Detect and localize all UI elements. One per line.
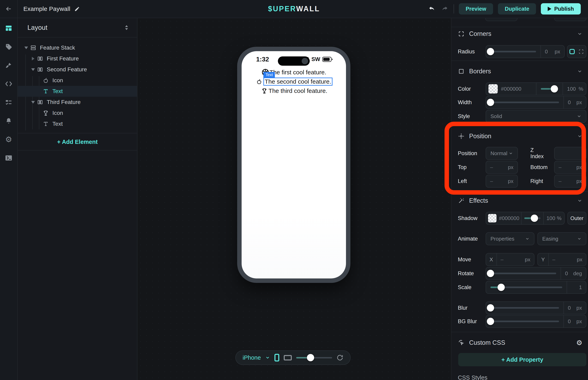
play-icon [548,7,551,11]
feature-text: The second cool feature. [265,78,331,85]
scale-value[interactable]: 1 [567,281,586,293]
brush-icon [5,62,12,69]
undo-button[interactable] [428,5,436,13]
position-mode-dropdown[interactable]: Normal [486,147,518,160]
redo-button[interactable] [441,5,449,13]
right-input[interactable]: –px [554,175,586,188]
section-header-effects[interactable]: Effects [458,195,582,206]
top-input[interactable]: –px [486,161,518,174]
color-hex[interactable]: #000000 [501,86,521,92]
sidebar-item-variables[interactable] [5,98,13,106]
section-divider [451,191,588,192]
chevron-down-icon [577,114,582,119]
status-time: 1:32 [256,56,269,63]
feature-row[interactable]: The third cool feature. [260,87,327,95]
sidebar-item-layout[interactable] [5,24,13,32]
sidebar-item-theme[interactable] [5,61,13,69]
edit-title-icon[interactable] [74,6,80,12]
border-width-value[interactable]: 0px [563,96,586,108]
section-header-position[interactable]: Position [458,131,582,141]
bg-blur-slider[interactable] [486,315,563,328]
border-opacity-slider[interactable] [536,82,563,95]
move-y-input[interactable]: Y – px [537,253,586,266]
bell-icon [5,117,12,125]
shadow-opacity-slider[interactable] [522,212,543,225]
slider-knob[interactable] [307,354,314,361]
chevron-down-icon[interactable] [577,133,582,139]
chevron-down-icon[interactable] [577,31,582,37]
sort-icon[interactable] [124,25,129,30]
shadow-mode-button[interactable]: Outer [568,212,586,225]
tree-item-second-feature[interactable]: Second Feature [18,64,137,75]
tree-item-icon[interactable]: Icon [18,108,137,118]
uniform-radius-icon[interactable] [569,49,575,54]
sidebar-item-notifications[interactable] [5,117,13,125]
shadow-hex[interactable]: #000000 [499,215,519,221]
move-x-input[interactable]: X – px [486,253,534,266]
left-input[interactable]: –px [486,175,518,188]
back-button[interactable] [0,0,18,18]
blur-slider[interactable] [486,302,563,314]
chevron-down-icon[interactable] [265,355,270,360]
landscape-toggle[interactable] [284,355,292,361]
tree-item-third-feature[interactable]: Third Feature [18,97,137,108]
border-opacity-value[interactable]: 100% [563,83,586,95]
chevron-down-icon[interactable] [577,69,582,74]
add-element-button[interactable]: + Add Element [18,134,137,150]
selected-text-element[interactable]: TextThe second cool feature. [263,77,332,86]
caret-down-icon[interactable] [29,101,37,104]
tree-item-text[interactable]: Text [18,86,137,97]
arrow-left-icon [5,5,12,13]
canvas-zoom-slider[interactable] [296,354,332,362]
color-swatch[interactable] [489,84,498,94]
radius-value[interactable]: 0px [540,46,564,58]
caret-right-icon[interactable] [29,57,37,60]
zindex-input[interactable] [554,147,586,160]
radius-slider[interactable] [486,45,540,58]
portrait-toggle[interactable] [274,354,279,361]
rotate-slider[interactable] [486,267,561,280]
radius-row: Radius 0px [458,45,586,58]
shadow-opacity-value[interactable]: 100% [543,212,564,224]
publish-button[interactable]: Publish [541,3,581,15]
blur-value[interactable]: 0px [563,302,586,314]
tree-item-text[interactable]: Text [18,118,137,129]
paywall-preview-screen[interactable]: 1:32 SW The first cool feature.TextThe s… [242,51,346,278]
tree-item-first-feature[interactable]: First Feature [18,53,137,64]
per-corner-radius-icon[interactable] [578,49,584,54]
radius-mode-toggle[interactable] [567,45,586,58]
device-selector[interactable]: iPhone [243,354,261,361]
border-style-dropdown[interactable]: Solid [486,110,586,123]
animate-easing-dropdown[interactable]: Easing [537,232,586,245]
shadow-color-swatch[interactable] [488,214,496,222]
tree-item-icon[interactable]: Icon [18,75,137,86]
bg-blur-value[interactable]: 0px [563,315,586,327]
duplicate-button[interactable]: Duplicate [498,3,536,15]
feature-row[interactable]: TextThe second cool feature. [255,77,332,86]
gear-icon[interactable]: ⚙ [576,339,582,347]
section-header-corners[interactable]: Corners [458,29,582,39]
refresh-button[interactable] [337,354,343,361]
scale-slider[interactable] [486,281,567,294]
tree-item-feature-stack[interactable]: Feature Stack [18,42,137,53]
border-width-slider[interactable] [486,96,563,109]
columns-icon [37,99,43,106]
chevron-down-icon[interactable] [577,198,582,203]
editor-canvas[interactable]: 1:32 SW The first cool feature.TextThe s… [137,18,451,380]
caret-down-icon[interactable] [22,47,30,49]
sidebar-item-code[interactable] [5,80,13,88]
caret-down-icon[interactable] [29,68,37,71]
sidebar-item-console[interactable] [5,154,13,162]
add-property-button[interactable]: + Add Property [458,353,586,366]
feature-stack[interactable]: The first cool feature.TextThe second co… [242,68,346,95]
bottom-input[interactable]: –px [554,161,586,174]
section-header-custom-css[interactable]: Custom CSS ⚙ [458,338,582,348]
columns-icon [37,66,43,73]
rotate-value[interactable]: 0deg [561,267,586,280]
section-header-borders[interactable]: Borders [458,66,582,76]
sidebar-item-settings[interactable]: ⚙ [5,136,13,143]
tree-item-label: Third Feature [47,99,81,105]
sidebar-item-products[interactable] [5,43,13,51]
animate-properties-dropdown[interactable]: Properties [486,232,534,245]
preview-button[interactable]: Preview [459,3,493,15]
